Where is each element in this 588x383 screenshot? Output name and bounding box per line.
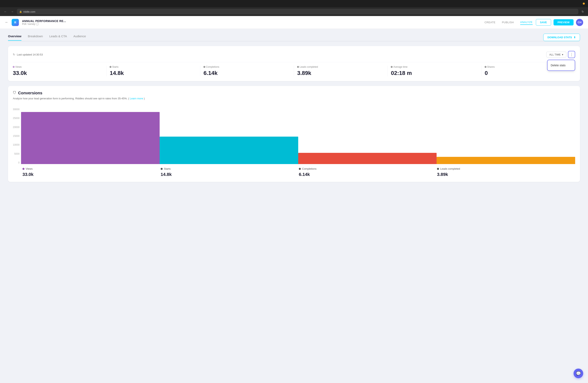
chart-value-views: 33.0k [22,172,161,177]
conversions-title: Conversions [18,91,42,95]
stat-completions-label: Completions [204,65,291,68]
tab-overview[interactable]: Overview [8,35,21,41]
browser-toolbar: ← → 🔒 riddle.com ↻ [0,7,588,16]
chart-label-starts: Starts [161,167,299,170]
leads-label-dot [437,168,439,170]
tab-leads-cta[interactable]: Leads & CTA [49,35,67,41]
preview-button[interactable]: PREVIEW [553,19,574,25]
bars-wrapper [21,108,575,164]
save-button[interactable]: SAVE [536,19,551,26]
starts-dot [110,66,111,68]
refresh-icon[interactable]: ↻ [13,53,15,56]
bar-views-fill [21,112,160,164]
app-title-section: ANNUAL PERFORMANCE RE... Poll / survey i [22,19,481,25]
y-label-30000: 30000 [13,108,20,111]
filter-row: ALL TIME ▾ ⋮ Delete stats [546,51,575,58]
funnel-icon: ⛉ [13,91,17,95]
app-logo: R [12,19,19,26]
y-label-10000: 10000 [13,143,20,146]
leads-label-text: Leads completed [440,167,460,170]
refresh-info: ↻ Last updated 14:30:53 [13,53,43,56]
stat-starts-value: 14.8k [110,70,197,76]
conversions-desc: Analyze how your lead generation form is… [13,97,575,100]
y-label-0: 0 [13,161,20,164]
nav-publish[interactable]: PUBLISH [502,20,514,25]
app-subtitle: Poll / survey i [22,23,481,25]
dropdown-menu: Delete stats [547,60,575,71]
download-stats-label: DOWNLOAD STATS [547,36,572,39]
y-label-25000: 25000 [13,117,20,120]
views-dot [13,66,14,68]
y-label-15000: 15000 [13,134,20,137]
chart-value-starts: 14.8k [161,172,299,177]
stats-header: ↻ Last updated 14:30:53 ALL TIME ▾ ⋮ Del… [13,51,575,58]
browser-dot [583,3,585,5]
bar-leads [437,108,575,164]
stat-completions: Completions 6.14k [200,65,294,76]
chart-area: 30000 25000 20000 15000 10000 5000 0 [13,108,575,164]
shares-dot [485,66,486,68]
all-time-button[interactable]: ALL TIME ▾ [546,52,566,57]
app-header: ← R ANNUAL PERFORMANCE RE... Poll / surv… [0,16,588,29]
tab-audience[interactable]: Audience [73,35,86,41]
stat-completions-value: 6.14k [204,70,291,76]
chart-label-views: Views [22,167,161,170]
conversions-section: ⛉ Conversions Analyze how your lead gene… [8,86,580,182]
reload-button[interactable]: ↻ [581,9,585,14]
browser-bar [0,0,588,7]
chart-value-completions: 6.14k [299,172,437,177]
last-updated-text: Last updated 14:30:53 [17,53,43,56]
app-title: ANNUAL PERFORMANCE RE... [22,19,481,23]
address-bar[interactable]: 🔒 riddle.com [17,9,578,14]
download-icon: ⬇ [574,36,576,39]
stats-panel: ↻ Last updated 14:30:53 ALL TIME ▾ ⋮ Del… [8,46,580,81]
stat-avg-time-value: 02:18 m [391,70,478,76]
main-nav: CREATE PUBLISH ANALYZE [484,20,533,25]
chart-label-completions: Completions [299,167,437,170]
stat-starts-label: Starts [110,65,197,68]
completions-label-dot [299,168,301,170]
avg-time-dot [391,66,393,68]
forward-button[interactable]: → [10,9,14,14]
conversions-header: ⛉ Conversions [13,91,575,95]
stats-grid: Views 33.0k Starts 14.8k Completions 6.1… [13,62,575,76]
more-icon: ⋮ [570,52,573,57]
main-content: Overview Breakdown Leads & CTA Audience … [0,29,588,187]
bar-starts [160,108,298,164]
info-icon[interactable]: i [36,23,39,25]
bar-completions [298,108,437,164]
header-actions: SAVE PREVIEW CH [536,19,583,26]
views-label-dot [22,168,24,170]
more-btn-wrapper: ⋮ Delete stats [568,51,575,58]
tabs-row: Overview Breakdown Leads & CTA Audience … [8,34,580,41]
chart-labels: Views Starts Completions Leads completed [13,167,575,170]
tab-breakdown[interactable]: Breakdown [28,35,43,41]
url-text: riddle.com [23,10,35,13]
nav-create[interactable]: CREATE [484,20,496,25]
bar-leads-fill [437,157,575,164]
all-time-label: ALL TIME [549,53,561,56]
stat-leads-label: Leads completed [297,65,384,68]
delete-stats-item[interactable]: Delete stats [547,62,575,69]
nav-analyze[interactable]: ANALYZE [520,20,533,25]
chevron-down-icon: ▾ [562,53,563,56]
download-stats-button[interactable]: DOWNLOAD STATS ⬇ [543,34,580,41]
app-back-button[interactable]: ← [5,20,8,24]
chart-label-leads: Leads completed [437,167,575,170]
bar-completions-fill [298,153,437,164]
more-options-button[interactable]: ⋮ [568,51,575,58]
subtitle-text: Poll / survey [22,23,35,25]
stat-starts: Starts 14.8k [106,65,200,76]
logo-text: R [14,21,16,24]
stat-avg-time-label: Average time [391,65,478,68]
chart-values: 33.0k 14.8k 6.14k 3.89k [13,172,575,177]
bar-starts-fill [160,137,298,164]
lock-icon: 🔒 [19,10,22,13]
y-label-5000: 5000 [13,153,20,155]
views-label-text: Views [26,167,33,170]
stat-views-value: 33.0k [13,70,103,76]
back-button[interactable]: ← [3,9,8,14]
learn-more-link[interactable]: Learn more [130,97,143,100]
completions-label-text: Completions [302,167,316,170]
stat-views-label: Views [13,65,103,68]
